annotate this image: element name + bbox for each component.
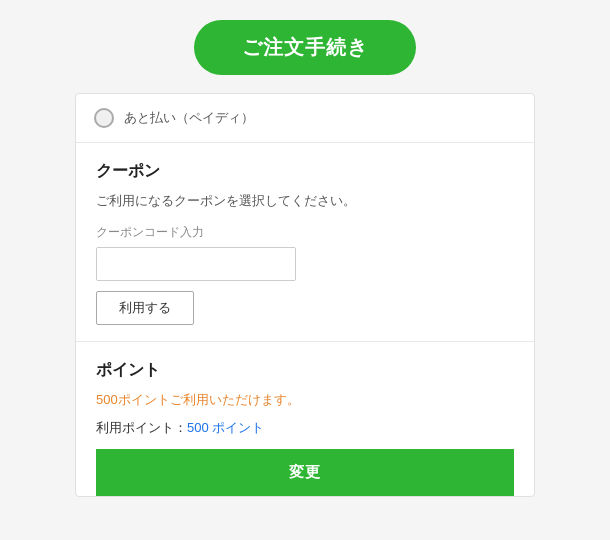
coupon-input[interactable] (96, 247, 296, 281)
order-button-container: ご注文手続き (194, 20, 416, 75)
points-use-label: 利用ポイント： (96, 420, 187, 435)
main-card: あと払い（ペイディ） クーポン ご利用になるクーポンを選択してください。 クーポ… (75, 93, 535, 497)
points-use-row: 利用ポイント：500 ポイント (96, 419, 514, 437)
points-available-text: 500ポイントご利用いただけます。 (96, 391, 514, 409)
coupon-use-button[interactable]: 利用する (96, 291, 194, 325)
coupon-input-label: クーポンコード入力 (96, 224, 514, 241)
order-button[interactable]: ご注文手続き (194, 20, 416, 75)
coupon-title: クーポン (96, 161, 514, 182)
points-use-value: 500 ポイント (187, 420, 264, 435)
payment-row[interactable]: あと払い（ペイディ） (76, 94, 534, 143)
coupon-description: ご利用になるクーポンを選択してください。 (96, 192, 514, 210)
points-title: ポイント (96, 360, 514, 381)
coupon-section: クーポン ご利用になるクーポンを選択してください。 クーポンコード入力 利用する (76, 143, 534, 342)
points-change-button[interactable]: 変更 (96, 449, 514, 496)
payment-radio[interactable] (94, 108, 114, 128)
points-section: ポイント 500ポイントご利用いただけます。 利用ポイント：500 ポイント 変… (76, 342, 534, 496)
payment-label: あと払い（ペイディ） (124, 109, 254, 127)
